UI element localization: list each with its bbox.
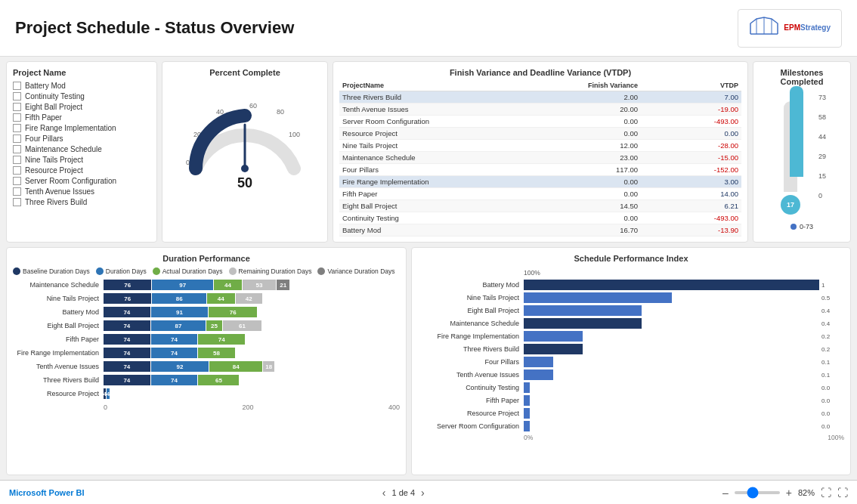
project-item[interactable]: Fire Range Implementation [13, 124, 150, 132]
bars-group: 74928418 [104, 361, 274, 372]
bar-row: Resource Project44 [13, 388, 400, 399]
bar-label: Resource Project [13, 390, 104, 397]
bar-segment: 44 [207, 293, 235, 304]
variance-title: Finish Variance and Deadline Variance (V… [339, 68, 741, 77]
bars-group: 749176 [104, 307, 257, 317]
project-checkbox[interactable] [13, 145, 21, 153]
bar-row: Three Rivers Build747465 [13, 375, 400, 385]
project-item[interactable]: Four Pillars [13, 135, 150, 143]
variance-fv: 20.00 [540, 104, 641, 116]
zoom-in-button[interactable]: + [786, 487, 792, 499]
bars-group: 747458 [104, 348, 235, 358]
project-checkbox[interactable] [13, 177, 21, 185]
variance-vtdp: -493.00 [641, 212, 741, 224]
bar-segment: 74 [198, 334, 245, 345]
svg-text:100: 100 [289, 131, 300, 138]
variance-vtdp: 7.00 [641, 91, 741, 104]
project-checkbox[interactable] [13, 198, 21, 206]
project-item[interactable]: Fifth Paper [13, 113, 150, 122]
variance-vtdp: -28.00 [641, 140, 741, 152]
bar-segment: 44 [214, 280, 242, 290]
spi-row-label: Fifth Paper [418, 397, 524, 404]
spi-value-label: 0.0 [821, 397, 844, 404]
variance-vtdp: -19.00 [641, 104, 741, 116]
powerbi-link[interactable]: Microsoft Power BI [9, 488, 85, 497]
spi-row: Maintenance Schedule0.4 [418, 318, 844, 329]
bar-segment: 86 [152, 293, 206, 304]
bar-segment: 76 [209, 307, 256, 317]
project-checkbox[interactable] [13, 166, 21, 175]
duration-bar-chart: Maintenance Schedule7697445321Nine Tails… [13, 280, 400, 402]
project-item[interactable]: Maintenance Schedule [13, 145, 150, 153]
spi-row: Fifth Paper0.0 [418, 395, 844, 406]
project-checkbox[interactable] [13, 124, 21, 132]
zoom-out-button[interactable]: – [722, 487, 729, 499]
project-checkbox[interactable] [13, 187, 21, 196]
project-checkbox[interactable] [13, 135, 21, 143]
variance-vtdp: -152.00 [641, 164, 741, 176]
project-name-title: Project Name [13, 68, 150, 77]
legend-label: Remaining Duration Days [239, 267, 312, 275]
variance-fv: 14.50 [540, 200, 641, 212]
zoom-slider[interactable] [735, 491, 780, 494]
project-checkbox[interactable] [13, 156, 21, 164]
fit-screen-button[interactable]: ⛶ [821, 487, 831, 499]
project-item[interactable]: Tenth Avenue Issues [13, 187, 150, 196]
spi-row-label: Tenth Avenue Issues [418, 371, 524, 379]
spi-bar [524, 280, 819, 290]
variance-project: Battery Mod [339, 224, 540, 237]
thermo-mark: 58 [818, 113, 826, 121]
project-checkbox[interactable] [13, 103, 21, 111]
milestones-title: Milestones Completed [760, 68, 844, 86]
fullscreen-button[interactable]: ⛶ [837, 487, 848, 499]
project-item[interactable]: Nine Tails Project [13, 156, 150, 164]
variance-fv: 0.00 [540, 212, 641, 224]
project-checkbox[interactable] [13, 113, 21, 122]
bar-row: Fire Range Implementation747458 [13, 348, 400, 358]
svg-text:60: 60 [249, 102, 257, 110]
variance-table: ProjectName Finish Variance VTDP Three R… [339, 80, 741, 237]
bar-segment: 74 [104, 320, 150, 331]
bar-label: Fifth Paper [13, 335, 104, 343]
thermo-mark: 44 [818, 133, 826, 141]
variance-fv: 0.00 [540, 176, 641, 188]
duration-legend-item: Remaining Duration Days [229, 267, 312, 275]
prev-page-button[interactable]: ‹ [382, 487, 386, 499]
project-item[interactable]: Three Rivers Build [13, 198, 150, 206]
project-label: Maintenance Schedule [25, 145, 102, 153]
spi-bar-container [524, 382, 819, 393]
next-page-button[interactable]: › [421, 487, 425, 499]
spi-row-label: Continuity Testing [418, 384, 524, 391]
legend-dot-icon [790, 224, 797, 230]
legend-label: Variance Duration Days [327, 267, 394, 275]
bar-row: Nine Tails Project76864442 [13, 293, 400, 304]
bar-row: Battery Mod749176 [13, 307, 400, 317]
spi-bar [524, 292, 672, 303]
footer: Microsoft Power BI ‹ 1 de 4 › – + 82% ⛶ … [0, 480, 857, 504]
spi-bar-container [524, 395, 819, 406]
project-checkbox[interactable] [13, 92, 21, 100]
project-checkbox[interactable] [13, 82, 21, 90]
bar-segment: 58 [198, 348, 234, 358]
project-item[interactable]: Continuity Testing [13, 92, 150, 100]
variance-project: Maintenance Schedule [339, 152, 540, 164]
spi-row: Four Pillars0.1 [418, 357, 844, 367]
thermo-mark: 0 [818, 192, 826, 199]
duration-legend-item: Duration Days [96, 267, 147, 275]
legend-label: Actual Duration Days [162, 267, 223, 275]
spi-bar-container [524, 305, 819, 316]
variance-vtdp: -493.00 [641, 116, 741, 128]
bar-label: Tenth Avenue Issues [13, 363, 104, 370]
bar-segment: 76 [104, 280, 151, 290]
spi-bar [524, 369, 553, 380]
project-item[interactable]: Eight Ball Project [13, 103, 150, 111]
bar-label: Maintenance Schedule [13, 281, 104, 289]
project-label: Continuity Testing [25, 92, 85, 100]
project-item[interactable]: Battery Mod [13, 82, 150, 90]
project-item[interactable]: Resource Project [13, 166, 150, 175]
legend-color [153, 267, 160, 275]
project-item[interactable]: Server Room Configuration [13, 177, 150, 185]
bar-segment: 53 [243, 280, 276, 290]
project-list: Battery ModContinuity TestingEight Ball … [13, 82, 150, 206]
variance-vtdp: 3.00 [641, 176, 741, 188]
